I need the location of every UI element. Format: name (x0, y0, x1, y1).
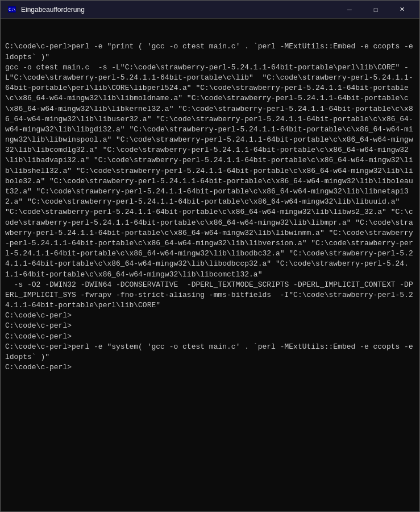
maximize-button[interactable]: □ (363, 1, 389, 19)
terminal-line: C:\code\c-perl>perl -e "system( 'gcc -o … (5, 342, 415, 362)
window-title: Eingabeaufforderung (21, 6, 85, 14)
terminal-line: C:\code\c-perl> (5, 332, 415, 342)
terminal-body[interactable]: C:\code\c-perl>perl -e "print ( 'gcc -o … (1, 19, 419, 511)
terminal-icon: C:\ (7, 5, 16, 14)
close-button[interactable]: ✕ (389, 1, 415, 19)
terminal-line: C:\code\c-perl> (5, 311, 415, 321)
terminal-output: C:\code\c-perl>perl -e "print ( 'gcc -o … (5, 42, 415, 373)
window-controls: ─ □ ✕ (336, 1, 415, 19)
terminal-line: C:\code\c-perl> (5, 321, 415, 331)
title-bar: C:\ Eingabeaufforderung ─ □ ✕ (1, 1, 419, 19)
terminal-line: gcc -o ctest main.c -s -L"C:\code\strawb… (5, 63, 415, 280)
terminal-line: C:\code\c-perl> (5, 362, 415, 373)
title-bar-left: C:\ Eingabeaufforderung (7, 5, 85, 14)
terminal-line: C:\code\c-perl>perl -e "print ( 'gcc -o … (5, 42, 415, 62)
window: C:\ Eingabeaufforderung ─ □ ✕ C:\code\c-… (0, 0, 420, 512)
terminal-line: -s -O2 -DWIN32 -DWIN64 -DCONSERVATIVE -D… (5, 280, 415, 311)
svg-text:C:\: C:\ (9, 7, 16, 12)
minimize-button[interactable]: ─ (336, 1, 363, 19)
